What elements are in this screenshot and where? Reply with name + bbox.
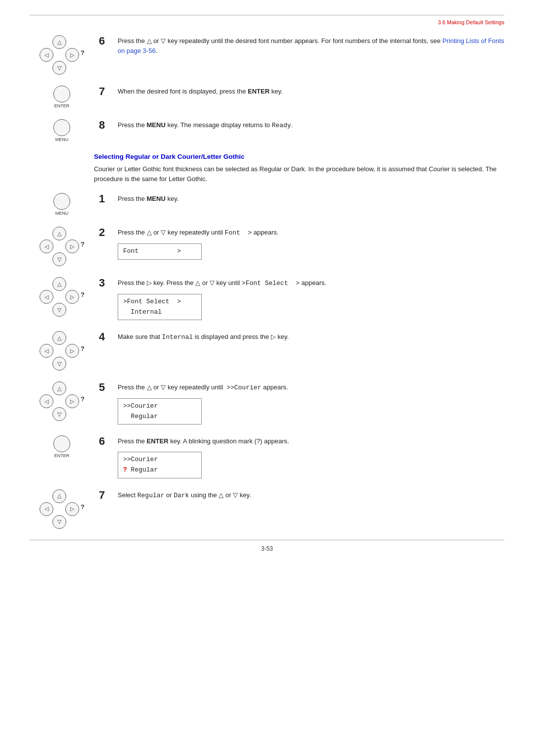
icon-col-7: △ ▽ ◁ ▷ ? [30,489,94,529]
icon-col-3: △ ▽ ◁ ▷ ? [30,277,94,317]
key-up-3: △ [52,277,66,291]
step-number-2: 2 [99,227,113,238]
step-row-7: △ ▽ ◁ ▷ ? 7 Select Regular or Dark using… [30,489,504,529]
step-content-1: Press the MENU key. [118,193,504,207]
arrow-cluster-icon-4: △ ▽ ◁ ▷ ? [40,331,84,371]
step-text-8-top: Press the MENU key. The message display … [118,120,504,131]
bottom-border [30,540,504,540]
step-text-5: Press the △ or ▽ key repeatedly until >>… [118,382,504,393]
step-text-3: Press the ▷ key. Press the △ or ▽ key un… [118,278,504,288]
step-number-5: 5 [99,381,113,393]
step-row-6: ENTER 6 Press the ENTER key. A blinking … [30,435,504,478]
step-row-6-top: △ ▽ ◁ ▷ ? 6 Press the △ or ▽ key repeate… [30,35,504,75]
key-right: ▷ [65,48,79,62]
icon-col-5: △ ▽ ◁ ▷ ? [30,381,94,421]
key-left-4: ◁ [40,344,53,358]
enter-key-label-6: ENTER [54,453,70,458]
top-border [30,15,504,15]
step-content-5: Press the △ or ▽ key repeatedly until >>… [118,381,504,425]
display-box-2: Font > [118,243,202,260]
step-content-7-top: When the desired font is displayed, pres… [118,86,504,99]
step-content-7: Select Regular or Dark using the △ or ▽ … [118,489,504,504]
page-number: 3-53 [30,545,504,552]
arrow-cluster-icon-3: △ ▽ ◁ ▷ ? [40,277,84,317]
step-text-6-top: Press the △ or ▽ key repeatedly until th… [118,36,504,55]
section-heading: Selecting Regular or Dark Courier/Letter… [94,153,504,160]
key-up-2: △ [52,227,66,240]
key-question-5: ? [81,395,85,403]
icon-col-7-top: ENTER [30,86,94,108]
step-content-6: Press the ENTER key. A blinking question… [118,435,504,478]
key-down: ▽ [52,61,66,75]
enter-key-icon [53,86,70,102]
arrow-cluster-icon-5: △ ▽ ◁ ▷ ? [40,381,84,421]
key-right-4: ▷ [65,344,79,358]
step-number-1: 1 [99,193,113,205]
step-row-3: △ ▽ ◁ ▷ ? 3 Press the ▷ key. Press the △… [30,277,504,320]
section-block: Selecting Regular or Dark Courier/Letter… [30,153,504,184]
step-row-2: △ ▽ ◁ ▷ ? 2 Press the △ or ▽ key repeate… [30,227,504,266]
icon-col-6-top: △ ▽ ◁ ▷ ? [30,35,94,75]
font-menu-text: Font > [225,229,252,236]
step-content-6-top: Press the △ or ▽ key repeatedly until th… [118,35,504,58]
icon-col-6: ENTER [30,435,94,458]
ready-text: Ready [272,122,291,129]
step-text-1: Press the MENU key. [118,194,504,204]
key-left: ◁ [40,48,53,62]
step-number-4: 4 [99,331,113,343]
key-right-7: ▷ [65,502,79,516]
key-up-4: △ [52,331,66,345]
section-description: Courier or Letter Gothic font thickness … [94,164,504,184]
key-down-5: ▽ [52,407,66,421]
step-row-1: MENU 1 Press the MENU key. [30,193,504,216]
display-box-6: >>Courier? Regular [118,452,202,478]
regular-text: Regular [137,492,165,499]
key-question-7: ? [81,503,85,511]
courier-text: >>Courier [226,384,261,391]
key-right-5: ▷ [65,394,79,408]
key-left-7: ◁ [40,502,53,516]
key-question-2: ? [81,240,85,248]
step-content-4: Make sure that Internal is displayed and… [118,331,504,345]
step-row-7-top: ENTER 7 When the desired font is display… [30,86,504,108]
step-content-8-top: Press the MENU key. The message display … [118,119,504,134]
key-down-4: ▽ [52,357,66,371]
key-question: ? [81,49,85,56]
step-number-7-top: 7 [99,86,113,97]
step-text-2: Press the △ or ▽ key repeatedly until Fo… [118,228,504,238]
key-right-3: ▷ [65,290,79,304]
step-row-4: △ ▽ ◁ ▷ ? 4 Make sure that Internal is d… [30,331,504,371]
section-header: 3.6 Making Default Settings [30,19,504,25]
menu-key-label-8: MENU [55,137,69,142]
key-down-3: ▽ [52,303,66,317]
key-up-7: △ [52,489,66,503]
icon-col-1: MENU [30,193,94,216]
step-row-8-top: MENU 8 Press the MENU key. The message d… [30,119,504,142]
key-right-2: ▷ [65,239,79,253]
internal-text: Internal [162,333,193,341]
step-number-6: 6 [99,435,113,447]
key-left-2: ◁ [40,239,53,253]
key-question-3: ? [81,291,85,298]
step-number-6-top: 6 [99,35,113,47]
step-text-6: Press the ENTER key. A blinking question… [118,436,504,446]
step-text-4: Make sure that Internal is displayed and… [118,332,504,342]
key-up: △ [52,35,66,49]
step-text-7: Select Regular or Dark using the △ or ▽ … [118,490,504,501]
step-content-2: Press the △ or ▽ key repeatedly until Fo… [118,227,504,259]
step-content-3: Press the ▷ key. Press the △ or ▽ key un… [118,277,504,320]
dark-text: Dark [174,492,189,499]
menu-key-label-1: MENU [55,211,69,216]
key-question-4: ? [81,345,85,352]
step-number-7: 7 [99,489,113,501]
menu-key-icon-8 [53,119,70,136]
display-box-5: >>Courier Regular [118,398,202,425]
icon-col-4: △ ▽ ◁ ▷ ? [30,331,94,371]
key-left-3: ◁ [40,290,53,304]
enter-key-label: ENTER [54,103,70,108]
page: 3.6 Making Default Settings △ ▽ ◁ ▷ ? 6 … [0,0,534,756]
enter-key-icon-6 [53,435,70,452]
printing-lists-link[interactable]: Printing Lists of Fonts on page 3-56 [118,37,504,54]
key-left-5: ◁ [40,394,53,408]
key-down-7: ▽ [52,515,66,529]
